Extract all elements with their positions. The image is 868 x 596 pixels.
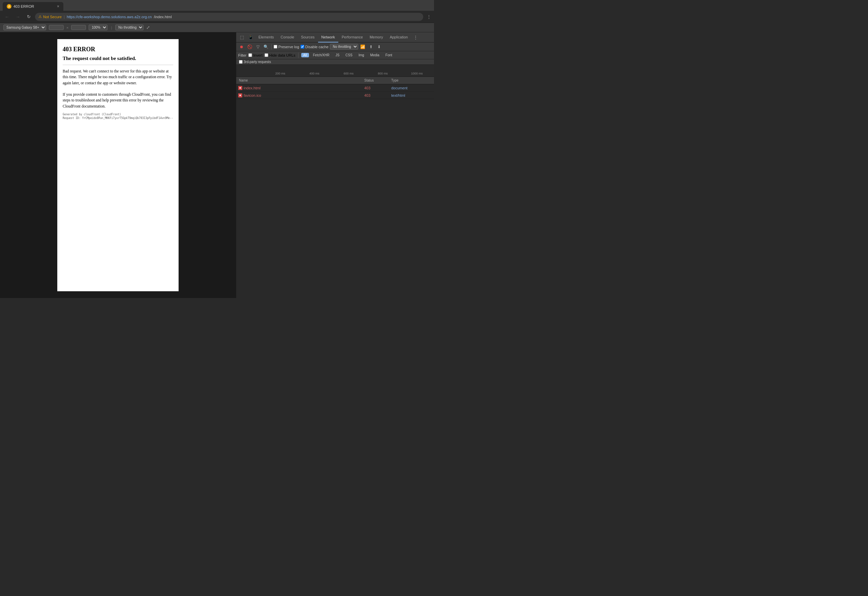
tab-bar: ⚠ 403 ERROR × — [0, 0, 434, 11]
url-bar[interactable]: ⚠ Not Secure | https://cfe-workshop.demo… — [35, 13, 423, 21]
filter-divider — [298, 53, 298, 58]
tab-memory-label: Memory — [370, 35, 383, 39]
download-button[interactable]: ⬇ — [376, 43, 382, 50]
filter-bar: Filter Invert Hide data URLs All Fetch/X… — [236, 51, 434, 59]
table-header: Name Status Type — [236, 77, 434, 84]
browser-frame: ⚠ 403 ERROR × ← → ↻ ⚠ Not Secure | https… — [0, 0, 434, 298]
record-button[interactable]: ⏺ — [238, 43, 245, 50]
row-1-favicon: ■ — [238, 86, 242, 90]
rotate-button[interactable]: ⤢ — [146, 25, 150, 30]
invert-checkbox[interactable] — [248, 53, 252, 57]
header-type: Type — [391, 78, 425, 82]
main-area: 403 ERROR The request could not be satis… — [0, 33, 434, 298]
reload-button[interactable]: ↻ — [24, 12, 33, 21]
invert-text: Invert — [253, 53, 263, 57]
tab-elements-label: Elements — [258, 35, 274, 39]
disable-cache-text: Disable cache — [305, 45, 329, 49]
tab-network[interactable]: Network — [318, 33, 338, 43]
disable-cache-checkbox[interactable] — [301, 45, 304, 49]
hide-data-urls-text: Hide data URLs — [269, 53, 295, 57]
timeline-labels: 200 ms 400 ms 600 ms 800 ms 1000 ms — [236, 72, 434, 77]
width-input[interactable]: 360 — [49, 25, 64, 30]
filter-type-media[interactable]: Media — [368, 53, 381, 57]
row-2-name-text: favicon.ico — [244, 93, 261, 98]
browser-tab[interactable]: ⚠ 403 ERROR × — [3, 2, 63, 11]
zoom-selector[interactable]: 100% — [89, 25, 108, 30]
tab-sources-label: Sources — [301, 35, 314, 39]
row-1-type: document — [391, 86, 425, 90]
dim-separator: × — [66, 26, 68, 30]
filter-type-font[interactable]: Font — [384, 53, 394, 57]
url-separator: | — [64, 15, 65, 19]
tab-favicon: ⚠ — [7, 4, 12, 9]
filter-icon-btn[interactable]: ▽ — [254, 43, 261, 50]
table-row[interactable]: ■ favicon.ico 403 text/html — [236, 92, 434, 99]
upload-button[interactable]: ⬆ — [368, 43, 374, 50]
invert-label[interactable]: Invert — [248, 53, 263, 57]
devtools-inspect-button[interactable]: ⬚ — [238, 33, 246, 42]
timeline-label-800ms: 800 ms — [366, 72, 400, 75]
url-domain-text: cfe-workshop.demo.solutions.aws.a2z.org.… — [78, 15, 152, 19]
preserve-log-checkbox[interactable] — [274, 45, 277, 49]
tab-console[interactable]: Console — [277, 33, 298, 43]
third-party-checkbox[interactable] — [239, 60, 243, 64]
tab-application[interactable]: Application — [387, 33, 412, 43]
filter-label: Filter — [238, 53, 246, 57]
tab-performance[interactable]: Performance — [338, 33, 366, 43]
tab-close-btn[interactable]: × — [57, 4, 59, 9]
address-bar: ← → ↻ ⚠ Not Secure | https://cfe-worksho… — [0, 11, 434, 23]
tab-memory[interactable]: Memory — [366, 33, 387, 43]
third-party-label[interactable]: 3rd-party requests — [239, 60, 271, 64]
devtools-responsive-button[interactable]: 📱 — [246, 33, 255, 42]
network-toolbar: ⏺ 🚫 ▽ 🔍 Preserve log Disable cache No th… — [236, 43, 434, 51]
tab-console-label: Console — [281, 35, 294, 39]
devtools-more-button[interactable]: ⋮ — [411, 33, 420, 42]
filter-type-css[interactable]: CSS — [343, 53, 354, 57]
timeline-label-400ms: 400 ms — [297, 72, 331, 75]
preserve-log-label[interactable]: Preserve log — [274, 45, 299, 49]
search-button[interactable]: 🔍 — [263, 43, 269, 50]
wifi-icon-btn[interactable]: 📶 — [360, 43, 366, 50]
toolbar-divider-1 — [271, 44, 272, 50]
forward-button: → — [13, 12, 22, 21]
tab-application-label: Application — [390, 35, 408, 39]
error-body: Bad request. We can't connect to the ser… — [63, 68, 173, 109]
filter-type-fetch-xhr[interactable]: Fetch/XHR — [311, 53, 332, 57]
row-1-name-text: index.html — [244, 86, 260, 90]
row-2-name[interactable]: ■ favicon.ico — [236, 93, 364, 98]
timeline-label-1000ms: 1000 ms — [400, 72, 434, 75]
devtools-tabs-bar: ⬚ 📱 Elements Console Sources Network Per… — [236, 33, 434, 43]
tab-network-label: Network — [322, 35, 335, 39]
filter-type-js[interactable]: JS — [334, 53, 342, 57]
throttle-selector[interactable]: No throttling — [115, 25, 143, 30]
hide-data-urls-label[interactable]: Hide data URLs — [264, 53, 295, 57]
device-toolbar: Samsung Galaxy S8+ 360 × 740 100% | No t… — [0, 23, 434, 33]
tab-sources[interactable]: Sources — [298, 33, 318, 43]
height-input[interactable]: 740 — [71, 25, 86, 30]
table-row[interactable]: ■ index.html 403 document — [236, 84, 434, 92]
url-protocol: https:// — [67, 15, 78, 19]
browser-menu-button[interactable]: ⋮ — [427, 14, 431, 19]
third-party-bar: 3rd-party requests — [236, 59, 434, 65]
row-2-type: text/html — [391, 93, 425, 98]
devtools-panel: ⬚ 📱 Elements Console Sources Network Per… — [236, 33, 434, 298]
disable-cache-label[interactable]: Disable cache — [301, 45, 329, 49]
filter-type-all[interactable]: All — [301, 53, 309, 57]
timeline-bar: 200 ms 400 ms 600 ms 800 ms 1000 ms — [236, 65, 434, 77]
device-selector[interactable]: Samsung Galaxy S8+ — [3, 25, 46, 30]
security-label: Not Secure — [43, 15, 62, 19]
url-path: /index.html — [154, 15, 171, 19]
security-indicator: ⚠ Not Secure — [38, 15, 62, 19]
hide-data-urls-checkbox[interactable] — [264, 53, 268, 57]
tab-elements[interactable]: Elements — [255, 33, 277, 43]
preserve-log-text: Preserve log — [278, 45, 299, 49]
filter-type-img[interactable]: Img — [356, 53, 366, 57]
timeline-label-600ms: 600 ms — [332, 72, 366, 75]
toolbar-separator: | — [111, 26, 112, 30]
row-1-status: 403 — [364, 86, 391, 90]
network-table: Name Status Type ■ index.html 403 docume… — [236, 77, 434, 298]
network-throttle-selector[interactable]: No throttling — [330, 44, 358, 50]
row-1-name[interactable]: ■ index.html — [236, 86, 364, 90]
row-2-status: 403 — [364, 93, 391, 98]
clear-button[interactable]: 🚫 — [246, 43, 253, 50]
